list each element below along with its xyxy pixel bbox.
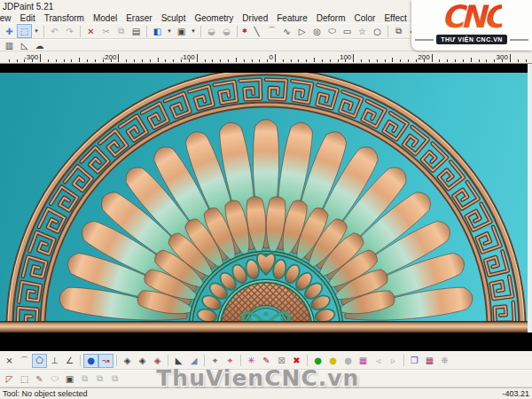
draw-polyline-icon[interactable]: ∿ bbox=[279, 24, 294, 38]
undo-icon[interactable]: ↶ bbox=[47, 24, 62, 38]
toolbar-separator bbox=[307, 355, 308, 366]
menu-sculpt[interactable]: Sculpt bbox=[157, 13, 191, 23]
view-mode-cube-icon[interactable]: ▣ bbox=[174, 24, 189, 38]
ruler-tick bbox=[275, 54, 276, 62]
app-window: JDPaint 5.21 ViewEditTransformModelErase… bbox=[0, 0, 532, 399]
toolbar-separator bbox=[403, 355, 404, 366]
image-frame-icon[interactable]: ▣ bbox=[62, 372, 77, 386]
draw-rect-icon[interactable]: ▭ bbox=[340, 24, 355, 38]
snap-polygon-icon[interactable]: ⬠ bbox=[32, 354, 47, 368]
cut-icon[interactable]: ✂ bbox=[98, 24, 113, 38]
draw-polygon-icon[interactable]: ▷ bbox=[294, 24, 309, 38]
array-copy-icon[interactable]: ⧉ bbox=[391, 24, 406, 38]
snap-intersection-icon[interactable]: ⨯ bbox=[2, 354, 17, 368]
toolbar-separator bbox=[80, 355, 81, 366]
ruler-tick bbox=[369, 59, 370, 62]
clear-selection-icon[interactable]: ⊠ bbox=[274, 354, 289, 368]
dashed-rect-icon[interactable]: ⬚ bbox=[17, 372, 32, 386]
cursor-pick-delete-icon[interactable]: ⌖ bbox=[223, 354, 238, 368]
mesh-diamond-b-icon[interactable]: ◈ bbox=[135, 354, 150, 368]
fill-dropdown-icon[interactable]: ▾ bbox=[165, 24, 174, 38]
viewport[interactable] bbox=[0, 64, 532, 351]
mesh-diamond-c-icon[interactable]: ◈ bbox=[150, 354, 165, 368]
menu-eraser[interactable]: Eraser bbox=[121, 13, 156, 23]
draw-star-icon[interactable]: ☆ bbox=[355, 24, 370, 38]
menu-deform[interactable]: Deform bbox=[312, 13, 350, 23]
color-palette-icon[interactable]: ▦ bbox=[356, 354, 371, 368]
select-rect-tool-icon[interactable]: ⬚ bbox=[17, 24, 32, 38]
link-copy-b-icon[interactable]: ⧉ bbox=[92, 372, 107, 386]
draw-circle-center-icon[interactable]: ◎ bbox=[309, 24, 325, 38]
bulb-warn-icon[interactable]: ● bbox=[325, 354, 340, 368]
ruler-tick bbox=[134, 59, 135, 62]
draw-circle-icon[interactable]: ○ bbox=[370, 24, 385, 38]
link-copy-c-icon[interactable]: ⧉ bbox=[107, 372, 122, 386]
cursor-pick-icon[interactable]: ⌖ bbox=[207, 354, 223, 368]
menu-edit[interactable]: Edit bbox=[16, 13, 40, 23]
menu-color[interactable]: Color bbox=[350, 13, 380, 23]
render-view-icon[interactable]: ▥ bbox=[2, 39, 17, 51]
slope-flag-icon[interactable]: ◸ bbox=[2, 372, 17, 386]
bulb-on-icon[interactable]: ● bbox=[310, 354, 325, 368]
paste-icon[interactable]: ▤ bbox=[129, 24, 144, 38]
relief-shield-a-icon[interactable]: ◒ bbox=[204, 24, 219, 38]
menu-transform[interactable]: Transform bbox=[40, 13, 89, 23]
relief-canvas[interactable] bbox=[0, 64, 532, 351]
snap-tangent-icon[interactable]: ∠ bbox=[62, 354, 77, 368]
engrave-chisel-a-icon[interactable]: ◣ bbox=[171, 354, 186, 368]
data-table-icon[interactable]: ▦ bbox=[422, 354, 437, 368]
nudge-right-icon[interactable]: ▹ bbox=[386, 354, 401, 368]
menu-geometry[interactable]: Geometry bbox=[190, 13, 238, 23]
link-copy-a-icon[interactable]: ⧉ bbox=[77, 372, 92, 386]
ruler-tick bbox=[228, 59, 229, 62]
horizontal-ruler: -300-200-1000100200300 bbox=[0, 51, 532, 64]
bulb-off-icon[interactable]: ● bbox=[340, 354, 356, 368]
engrave-chisel-b-icon[interactable]: ◢ bbox=[186, 354, 201, 368]
ruler-tick bbox=[71, 59, 72, 62]
spec-book-icon[interactable]: ❒ bbox=[407, 354, 422, 368]
menu-model[interactable]: Model bbox=[89, 13, 121, 23]
cnc-logo-banner: THƯ VIỆN CNC.VN bbox=[415, 35, 528, 44]
draw-line-icon[interactable]: ╲ bbox=[249, 24, 264, 38]
delete-icon[interactable]: ✕ bbox=[83, 24, 98, 38]
ruler-tick bbox=[40, 54, 41, 62]
mesh-diamond-a-icon[interactable]: ◈ bbox=[120, 354, 135, 368]
lamp-balloon-icon[interactable]: ☁ bbox=[32, 39, 47, 51]
ruler-tick bbox=[126, 59, 127, 62]
snap-curve-nodes-icon[interactable]: ↝ bbox=[98, 354, 113, 368]
ruler-tick bbox=[455, 59, 456, 62]
ruler-tick bbox=[298, 59, 299, 62]
fill-color-icon[interactable]: ◧ bbox=[150, 24, 165, 38]
menu-effect[interactable]: Effect bbox=[379, 13, 411, 23]
view-mode-dropdown-icon[interactable]: ▾ bbox=[189, 24, 198, 38]
menu-drived[interactable]: Drived bbox=[238, 13, 272, 23]
snap-arc-icon[interactable]: ⌒ bbox=[17, 354, 32, 368]
snap-center-point-icon[interactable]: ● bbox=[83, 354, 98, 368]
marker-point-icon[interactable]: ✱ bbox=[240, 24, 249, 38]
copy-icon[interactable]: ⧉ bbox=[113, 24, 129, 38]
grab-hand-icon[interactable]: ❋ bbox=[437, 354, 452, 368]
menu-feature[interactable]: Feature bbox=[272, 13, 311, 23]
cnc-logo-subtitle: THƯ VIỆN CNC.VN bbox=[436, 35, 507, 44]
capsule-icon[interactable]: ⬭ bbox=[47, 372, 62, 386]
select-dropdown-icon[interactable]: ▾ bbox=[32, 24, 41, 38]
curve-pen-icon[interactable]: ✎ bbox=[32, 372, 47, 386]
toolbar-separator bbox=[200, 26, 201, 37]
move-tool-icon[interactable]: ✚ bbox=[2, 24, 17, 38]
slope-angle-icon[interactable]: ◺ bbox=[17, 39, 32, 51]
relief-shield-b-icon[interactable]: ◒ bbox=[219, 24, 234, 38]
menu-view[interactable]: View bbox=[0, 13, 16, 23]
draw-arc-icon[interactable]: ⌒ bbox=[264, 24, 279, 38]
redo-icon[interactable]: ↷ bbox=[62, 24, 77, 38]
ruler-tick bbox=[510, 54, 511, 62]
toolbar-separator bbox=[116, 355, 117, 366]
nudge-left-icon[interactable]: ◃ bbox=[371, 354, 386, 368]
draw-ellipse-icon[interactable]: ⬭ bbox=[325, 24, 340, 38]
snap-perpendicular-icon[interactable]: ⊥ bbox=[47, 354, 62, 368]
transform-handles-icon[interactable]: ✳ bbox=[244, 354, 259, 368]
cnc-logo-text: CNC bbox=[442, 0, 503, 34]
ruler-tick bbox=[385, 59, 386, 62]
delete-all-icon[interactable]: ✖ bbox=[289, 354, 304, 368]
node-pen-icon[interactable]: ✎ bbox=[259, 354, 274, 368]
ruler-tick bbox=[79, 58, 80, 62]
